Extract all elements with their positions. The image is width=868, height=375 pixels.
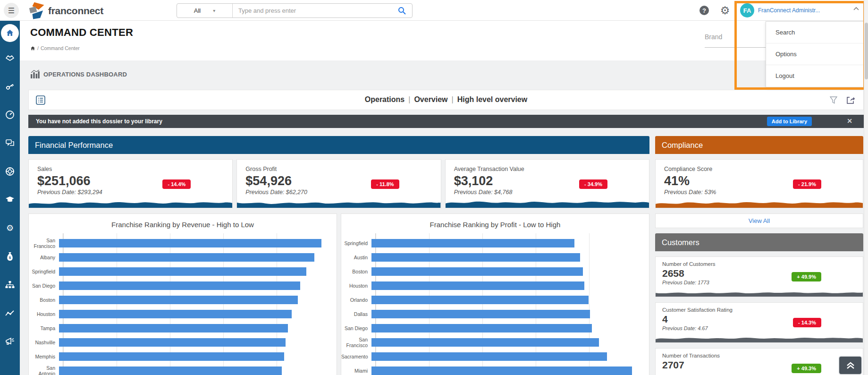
logo-mark-icon [26,1,45,20]
breadcrumb-home-icon[interactable] [30,46,35,51]
page-header: COMMAND CENTER / Command Center Brand [20,21,868,60]
chat-icon[interactable] [5,138,15,148]
kpi-label: Compliance Score [664,166,854,172]
sparkline-wave [29,197,232,208]
chart-bar-austin[interactable] [371,253,580,262]
money-bag-icon[interactable]: $ [5,252,15,261]
chart-bar-springfield[interactable] [59,267,306,276]
right-column: Compliance Compliance Score 41% Previous… [655,136,863,375]
chart-bar-track [371,267,642,276]
kpi-change-badge: - 21.9% [793,179,821,189]
user-avatar[interactable]: FA [740,3,754,17]
chart-bar-san-diego[interactable] [59,281,300,290]
app-logo[interactable]: franconnect [26,1,103,20]
scrollbar-thumb[interactable] [865,23,868,79]
filter-icon[interactable] [828,95,839,105]
chart-revenue-ranking: Franchise Ranking by Revenue - High to L… [28,213,337,375]
search-button[interactable] [391,4,412,17]
kpi-value: $3,102 [454,174,640,188]
kpi-card-customer-satisfaction: Customer Satisfaction Rating 4 Previous … [655,302,863,343]
chart-bar-track [371,352,642,361]
chart-row: Houston [29,307,337,321]
chart-bar-boston[interactable] [59,296,298,304]
megaphone-icon[interactable] [5,337,15,346]
search-icon [398,7,406,15]
kpi-card-gross-profit: Gross Profit $54,926 Previous Date: $62,… [236,159,441,208]
gear-bolt-icon[interactable]: ⚙ [5,223,15,233]
user-dropdown-menu: Search Options Logout [766,21,864,87]
breadcrumb-current[interactable]: Command Center [41,45,80,51]
key-icon[interactable] [5,82,15,91]
chart-category-label: Boston [29,297,59,303]
chart-bar-track [59,352,330,361]
chart-category-label: Houston [29,311,59,317]
chart-bar-sacramento[interactable] [371,352,607,361]
menu-item-logout[interactable]: Logout [766,65,863,87]
kpi-value: $251,066 [37,174,224,188]
chart-bar-houston[interactable] [59,310,292,318]
chart-row: Boston [29,293,337,307]
chart-bar-tampa[interactable] [59,324,288,332]
sparkline-wave [656,197,863,208]
kpi-change-badge: - 14.4% [162,179,191,189]
view-all-link[interactable]: View All [749,217,770,224]
scroll-to-top-button[interactable] [838,356,862,375]
chart-bar-track [59,239,330,247]
chart-bar-track [59,310,330,318]
kpi-label: Customer Satisfaction Rating [662,307,856,313]
kpi-card-number-of-customers: Number of Customers 2658 Previous Date: … [655,256,863,297]
kpi-previous: Previous Date: 1773 [662,280,856,285]
kpi-label: Sales [37,166,224,172]
chart-bar-track [59,338,330,347]
chart-bar-track [371,366,642,375]
menu-item-search[interactable]: Search [766,22,863,43]
user-name[interactable]: FranConnect Administr... [758,7,820,14]
hierarchy-icon[interactable] [5,280,15,290]
chart-row: San Francisco [341,335,649,349]
kpi-change-badge: - 14.3% [793,318,821,327]
menu-item-options[interactable]: Options [766,43,863,65]
lifebuoy-icon[interactable] [5,167,15,176]
trend-chart-icon[interactable] [5,308,15,318]
chart-row: Springfield [341,236,649,250]
chart-bar-track [371,239,642,247]
handshake-icon[interactable] [5,53,15,63]
chevron-up-icon[interactable] [853,7,859,10]
kpi-label: Gross Profit [245,166,432,172]
dossier-title-row: Operations|Overview|High level overview [28,90,864,110]
chart-bar-dallas[interactable] [371,310,590,318]
chart-bar-track [59,324,330,332]
chart-bar-san-antonio[interactable] [59,366,282,375]
hamburger-menu-icon[interactable]: ☰ [4,3,19,18]
help-icon[interactable]: ? [699,5,710,16]
chart-row: San Diego [29,279,337,293]
sparkline-wave [656,334,863,342]
kpi-value: 4 [662,314,856,325]
kpi-value: $54,926 [245,174,432,188]
logo-text: franconnect [48,5,103,17]
close-icon[interactable]: ✕ [847,117,852,125]
add-to-library-button[interactable]: Add to Library [767,117,812,126]
kpi-change-badge: - 11.8% [371,179,399,189]
chart-bar-memphis[interactable] [59,352,284,361]
gauge-icon[interactable] [5,110,15,119]
chart-bar-nashville[interactable] [59,338,286,347]
chart-bar-boston[interactable] [371,267,583,276]
search-input[interactable] [233,7,391,14]
chart-bar-san-francisco[interactable] [59,239,321,247]
chart-bar-houston[interactable] [371,281,584,290]
chart-bar-san-francisco[interactable] [371,338,599,347]
chart-bar-san-diego[interactable] [371,324,592,332]
sidebar-item-home[interactable] [1,24,19,42]
graduation-cap-icon[interactable] [5,195,15,205]
chart-bar-albany[interactable] [59,253,314,262]
chart-bar-springfield[interactable] [371,239,574,247]
search-category-select[interactable]: All ▾ [177,4,233,17]
chart-row: Sacramento [341,349,649,364]
financial-section: Financial Performance Sales $251,066 Pre… [28,136,649,375]
chart-bar-miami[interactable] [371,366,632,375]
settings-gear-icon[interactable]: ⚙ [719,5,731,16]
chart-bar-orlando[interactable] [371,296,589,304]
share-icon[interactable] [845,95,856,105]
kpi-card-avg-transaction-value: Average Transaction Value $3,102 Previou… [445,159,649,208]
